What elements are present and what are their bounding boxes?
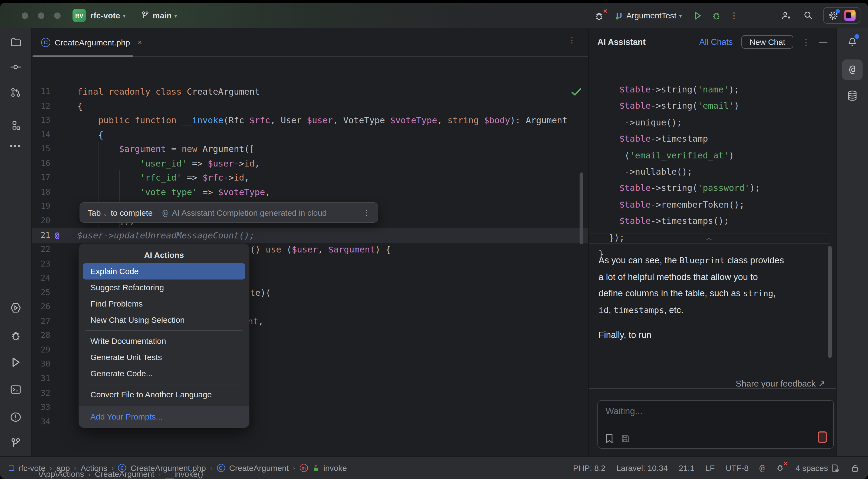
- menu-item-suggest-refactoring[interactable]: Suggest Refactoring: [79, 279, 249, 296]
- completion-hint: to complete: [111, 208, 153, 217]
- menu-item-write-documentation[interactable]: Write Documentation: [79, 333, 249, 349]
- editor-tab-bar: C CreateArgument.php × ⋮: [32, 28, 588, 57]
- caret-position[interactable]: 21:1: [679, 463, 694, 473]
- code-line-18[interactable]: 18 'vote_type' => $voteType,: [32, 185, 588, 200]
- git-tool-icon[interactable]: [9, 437, 22, 450]
- mute-breakpoints-icon[interactable]: ✕: [593, 10, 604, 21]
- tab-createargument-php[interactable]: C CreateArgument.php ×: [41, 38, 142, 47]
- editor-breadcrumb[interactable]: \App\Actions›CreateArgument›__invoke(): [38, 469, 203, 478]
- prompt-library-icon[interactable]: [604, 433, 614, 444]
- more-tools-icon[interactable]: •••: [10, 141, 22, 150]
- completion-more-icon[interactable]: ⋮: [363, 210, 370, 215]
- project-tool-icon[interactable]: [10, 36, 22, 48]
- completion-popup[interactable]: Tab ⌄ to complete @ AI Assistant Complet…: [80, 202, 378, 223]
- code-line-13[interactable]: 13 public function __invoke(Rfc $rfc, Us…: [32, 113, 588, 128]
- assistant-options-icon[interactable]: ⋮: [802, 39, 810, 45]
- settings-group: [823, 7, 861, 24]
- laravel-version[interactable]: Laravel: 10.34: [616, 463, 668, 473]
- stop-generating-button[interactable]: [818, 432, 827, 443]
- sb-method[interactable]: invoke: [323, 463, 347, 473]
- project-badge: RV: [72, 9, 86, 22]
- chat-input-placeholder: Waiting...: [606, 406, 642, 416]
- run-configuration-selector[interactable]: ArgumentTest ▾: [626, 11, 682, 20]
- menu-item-find-problems[interactable]: Find Problems: [79, 296, 249, 312]
- chat-scrollbar-thumb[interactable]: [828, 246, 832, 358]
- share-feedback-link[interactable]: Share your feedback ↗: [736, 378, 825, 389]
- debug-tool-icon[interactable]: [9, 329, 22, 342]
- menu-item-new-chat-using-selection[interactable]: New Chat Using Selection: [79, 312, 249, 328]
- code-line-11[interactable]: 11final readonly class CreateArgument: [32, 84, 588, 99]
- indent-setting[interactable]: 4 spaces: [796, 463, 840, 473]
- indent-config-icon: [831, 463, 840, 473]
- code-line-17[interactable]: 17 'rfc_id' => $rfc->id,: [32, 171, 588, 185]
- search-icon[interactable]: [803, 10, 813, 21]
- breadcrumb-method[interactable]: __invoke(): [165, 469, 203, 478]
- code-area[interactable]: 11final readonly class CreateArgument12{…: [32, 56, 588, 456]
- notifications-bell-icon[interactable]: [846, 35, 858, 49]
- mute-breakpoints-status-icon[interactable]: ✕: [775, 463, 785, 473]
- pull-requests-tool-icon[interactable]: [10, 87, 22, 98]
- project-selector[interactable]: rfc-vote ▾: [90, 11, 126, 20]
- code-line-12[interactable]: 12{: [32, 99, 588, 113]
- zoom-window-button[interactable]: [54, 12, 61, 19]
- macos-traffic-lights[interactable]: [22, 12, 61, 19]
- editor-scrollbar-thumb[interactable]: [580, 172, 583, 244]
- line-ending[interactable]: LF: [705, 463, 715, 473]
- terminal-tool-icon[interactable]: [9, 383, 22, 396]
- code-line-14[interactable]: 14 {: [32, 127, 588, 142]
- breadcrumb-namespace[interactable]: \App\Actions: [38, 469, 84, 478]
- run-configuration-name: ArgumentTest: [626, 11, 676, 20]
- php-class-icon: C: [217, 464, 225, 472]
- database-tool-icon[interactable]: [846, 90, 858, 102]
- strip-divider: [9, 109, 23, 109]
- menu-item-generate-code[interactable]: Generate Code...: [79, 366, 249, 382]
- php-version[interactable]: PHP: 8.2: [573, 463, 606, 473]
- new-chat-button[interactable]: New Chat: [741, 35, 793, 49]
- chevron-down-icon: ▾: [123, 13, 126, 19]
- all-chats-link[interactable]: All Chats: [699, 37, 733, 47]
- ai-assistant-tool-icon[interactable]: @: [849, 63, 856, 75]
- editor[interactable]: C CreateArgument.php × ⋮ 11final readonl…: [32, 28, 588, 456]
- problems-tool-icon[interactable]: [9, 411, 22, 423]
- menu-item-generate-unit-tests[interactable]: Generate Unit Tests: [79, 349, 249, 366]
- branch-selector[interactable]: main ▾: [141, 11, 177, 20]
- run-tool-icon[interactable]: [10, 356, 22, 368]
- code-line-15[interactable]: 15 $argument = new Argument([: [32, 142, 588, 156]
- breadcrumb-class[interactable]: CreateArgument: [95, 469, 154, 478]
- structure-tool-icon[interactable]: [10, 119, 22, 131]
- menu-item-explain-code[interactable]: Explain Code: [83, 263, 245, 279]
- file-encoding[interactable]: UTF-8: [726, 463, 749, 473]
- run-button[interactable]: [693, 10, 703, 20]
- settings-gear-icon[interactable]: [828, 10, 839, 21]
- code-line-21[interactable]: 21@$user->updateUnreadMessageCount();: [32, 228, 588, 242]
- menu-item-add-your-prompts[interactable]: Add Your Prompts...: [79, 406, 249, 427]
- chat-input[interactable]: Waiting...: [597, 400, 834, 449]
- notification-dot: [836, 9, 840, 13]
- project-name: rfc-vote: [90, 11, 120, 20]
- save-icon[interactable]: [621, 434, 630, 443]
- sb-class[interactable]: CreateArgument: [229, 463, 289, 473]
- hide-panel-icon[interactable]: —: [819, 37, 828, 47]
- writable-lock-icon[interactable]: [851, 464, 859, 472]
- red-x-badge: ✕: [603, 8, 608, 14]
- menu-item-convert-file-to-another-language[interactable]: Convert File to Another Language: [79, 386, 249, 403]
- collapse-code-bar[interactable]: ︿: [589, 234, 830, 244]
- minimize-window-button[interactable]: [38, 12, 44, 19]
- close-window-button[interactable]: [22, 12, 28, 19]
- code-line-16[interactable]: 16 'user_id' => $user->id,: [32, 156, 588, 171]
- more-actions-button[interactable]: ⋮: [730, 13, 738, 18]
- inspection-ok-icon[interactable]: [571, 88, 582, 96]
- close-tab-icon[interactable]: ×: [138, 38, 142, 46]
- ai-actions-menu-items: Explain CodeSuggest RefactoringFind Prob…: [79, 263, 249, 427]
- services-tool-icon[interactable]: [9, 302, 22, 314]
- assistant-header: AI Assistant All Chats New Chat ⋮ —: [589, 28, 836, 56]
- ai-suggestion-gutter-icon[interactable]: @: [55, 228, 60, 242]
- commit-tool-icon[interactable]: [10, 61, 22, 73]
- jetbrains-ai-logo-icon[interactable]: [844, 10, 856, 21]
- debug-button[interactable]: [711, 10, 721, 21]
- tab-options-icon[interactable]: ⋮: [568, 38, 576, 42]
- ai-status-icon[interactable]: @: [760, 463, 765, 473]
- horizontal-scroll-thumb[interactable]: [33, 55, 133, 57]
- add-user-icon[interactable]: [780, 10, 791, 21]
- ide-window: RV rfc-vote ▾ main ▾ ✕ U ArgumentTest ▾: [0, 0, 868, 479]
